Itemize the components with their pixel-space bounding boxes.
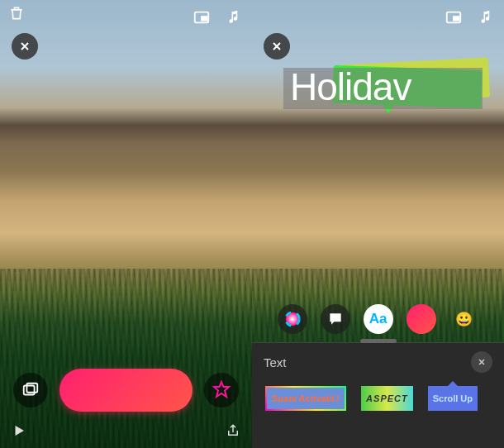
style-label: Scroll Up [433,393,473,403]
pip-icon[interactable] [445,8,463,26]
text-style-option[interactable]: Suani Activatii.! [265,386,346,411]
close-button[interactable] [264,33,290,60]
svg-rect-5 [454,17,459,21]
panel-drag-handle[interactable] [360,339,397,343]
text-overlay[interactable]: Holidav [283,64,491,114]
effects-button[interactable] [204,373,239,407]
capture-bar [0,369,252,412]
style-label: ASPECT [366,393,408,403]
text-panel: Text Suani Activatii.! ASPECT Scroll Up [252,342,504,448]
screen-edit-main [0,0,252,448]
pip-icon[interactable] [193,8,211,26]
music-icon[interactable] [478,9,492,26]
system-bar [0,420,252,445]
text-style-option[interactable]: Scroll Up [428,386,478,411]
screen-edit-text: Holidav Aa 😀 Text Suani Activatii.! ASPE [252,0,504,448]
tool-row: Aa 😀 [252,304,504,334]
music-icon[interactable] [226,9,240,26]
svg-rect-2 [24,386,35,395]
style-label: Suani Activatii.! [272,393,340,403]
close-button[interactable] [12,33,38,60]
text-style-list: Suani Activatii.! ASPECT Scroll Up [252,378,504,419]
top-bar [0,5,252,30]
svg-rect-1 [202,17,207,21]
text-tool-label: Aa [369,311,388,327]
record-button[interactable] [59,369,193,412]
panel-close-button[interactable] [471,351,492,373]
overlay-text-value[interactable]: Holidav [283,68,483,109]
text-tool-button[interactable]: Aa [364,304,393,334]
sticker-button[interactable] [407,304,436,334]
play-icon[interactable] [12,423,26,441]
panel-title: Text [264,355,287,369]
share-icon[interactable] [226,422,240,442]
emoji-button[interactable]: 😀 [449,304,479,334]
gallery-button[interactable] [13,373,48,407]
svg-rect-3 [26,384,37,393]
colorwheel-button[interactable] [278,304,307,334]
text-style-option[interactable]: ASPECT [361,386,413,411]
chat-button[interactable] [321,304,350,334]
top-bar [252,5,504,30]
